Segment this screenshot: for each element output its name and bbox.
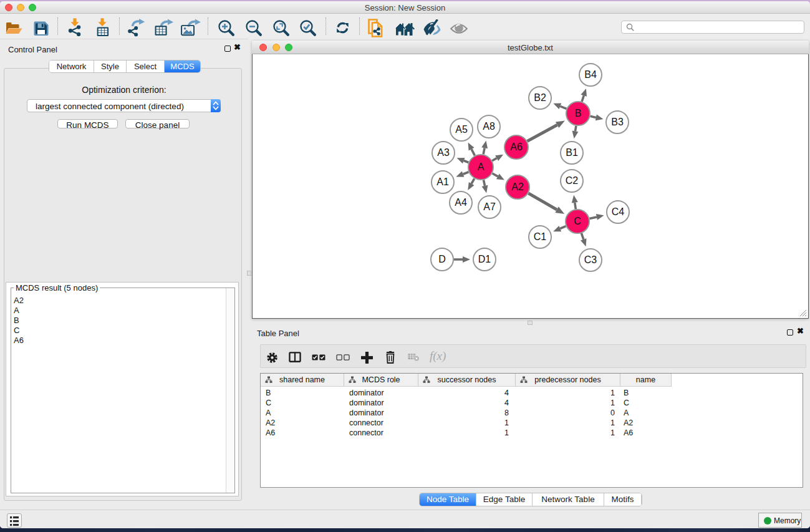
svg-text:C2: C2 bbox=[566, 175, 579, 186]
svg-text:C1: C1 bbox=[534, 231, 547, 242]
svg-text:A7: A7 bbox=[483, 201, 496, 212]
svg-text:A3: A3 bbox=[437, 147, 450, 158]
svg-text:D1: D1 bbox=[478, 254, 491, 264]
svg-text:A6: A6 bbox=[510, 142, 523, 152]
svg-text:B2: B2 bbox=[534, 92, 546, 103]
svg-text:A5: A5 bbox=[455, 124, 468, 135]
svg-text:B: B bbox=[575, 108, 582, 118]
svg-text:B3: B3 bbox=[611, 117, 624, 127]
svg-text:B4: B4 bbox=[584, 69, 597, 80]
svg-text:C4: C4 bbox=[612, 206, 625, 217]
svg-text:C3: C3 bbox=[584, 254, 597, 265]
svg-text:A: A bbox=[478, 162, 485, 172]
svg-text:A2: A2 bbox=[511, 181, 524, 192]
svg-text:A8: A8 bbox=[483, 121, 495, 132]
svg-text:D: D bbox=[438, 254, 446, 264]
svg-text:A4: A4 bbox=[455, 197, 467, 208]
svg-text:C: C bbox=[574, 216, 581, 226]
svg-text:A1: A1 bbox=[436, 177, 449, 187]
svg-text:B1: B1 bbox=[566, 147, 578, 158]
